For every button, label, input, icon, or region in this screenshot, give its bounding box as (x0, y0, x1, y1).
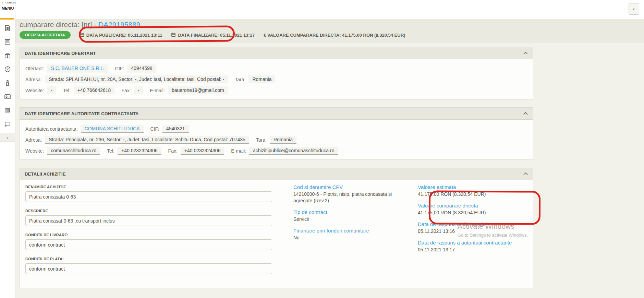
section-title: DATE IDENTIFICARE OFERTANT (25, 51, 96, 56)
authority-email-value: achizitiipublice@comunaschituduca.ro (249, 147, 338, 155)
funding-block: Finantare prin fonduri comunitare Nu (293, 228, 404, 241)
authority-website-value: comunaschituduca.ro (47, 147, 100, 155)
field-label: DENUMIRE ACHIZITIE (25, 185, 278, 189)
info-title: Data de raspuns a ofertantului (418, 221, 527, 227)
status-badge: OFERTA ACCEPTATA (20, 31, 71, 39)
procurement-number-link[interactable]: DA29195889 (98, 21, 141, 28)
chevron-up-icon[interactable] (523, 110, 528, 117)
offerer-cif-value: 40944598 (127, 64, 156, 72)
authority-row-address: Adresa: Strada: Principala, nr. 236, Sec… (25, 136, 527, 144)
field-label: Adresa: (25, 137, 42, 143)
field-pair: Autoritatea contractanta: COMUNA SCHITU … (25, 125, 144, 133)
field-label: Tara: (256, 137, 267, 143)
cpv-block: Cod si denumire CPV 14210000-6 - Pietris… (293, 184, 404, 204)
offerer-country-value: Romania (248, 75, 275, 83)
offerer-tel-value: +40 766642618 (74, 86, 115, 94)
offerer-section-header[interactable]: DATE IDENTIFICARE OFERTANT (20, 47, 533, 59)
offerer-website-value: - (47, 86, 56, 94)
direct-value-block: Valoare cumparare directa 41.175,00 RON … (418, 203, 527, 216)
authority-address-value: Strada: Principala, nr. 236, Sector: -, … (45, 136, 249, 144)
field-label: Ofertant: (25, 66, 44, 71)
publish-date-label: DATA PUBLICARE: 05.11.2021 13:11 (86, 33, 162, 38)
field-pair: CIF: 4540321 (150, 125, 189, 133)
field-pair: Ofertant: S.C. BAUER ONE S.R.L. (25, 64, 108, 72)
descriere-input[interactable] (25, 215, 272, 226)
details-info-column: Cod si denumire CPV 14210000-6 - Pietris… (293, 182, 404, 281)
info-title: Finantare prin fonduri comunitare (293, 228, 404, 234)
field-label: CONDITII DE PLATA: (25, 257, 278, 261)
conditii-plata-input[interactable] (25, 263, 272, 274)
calculator-icon[interactable] (4, 107, 11, 114)
denumire-achizitie-input[interactable] (25, 191, 272, 202)
help-icon[interactable] (4, 65, 11, 73)
chevron-up-icon[interactable] (523, 50, 528, 56)
field-pair: Tara: Romania (235, 75, 275, 83)
authority-tel-value: +40 0232324306 (118, 147, 161, 155)
field-label: Fax: (168, 148, 178, 154)
chevron-up-icon[interactable] (523, 171, 528, 177)
details-section-body: DENUMIRE ACHIZITIE DESCRIERE CONDITII DE… (20, 180, 533, 288)
estimated-value: 41.175,00 RON (8.320,54 EUR) (418, 191, 527, 198)
sidebar-nav (0, 24, 15, 128)
conditii-livrare-input[interactable] (25, 239, 272, 250)
field-label: Autoritatea contractanta: (25, 126, 78, 132)
field-label: CIF: (150, 126, 159, 132)
document-icon[interactable] (4, 24, 11, 32)
podium-icon[interactable] (4, 79, 11, 87)
calendar-icon (171, 32, 176, 38)
sidebar-expand-chevron[interactable]: › (0, 133, 15, 142)
form-group: CONDITII DE PLATA: (25, 257, 278, 274)
offerer-section-body: Ofertant: S.C. BAUER ONE S.R.L. CIF: 409… (20, 59, 533, 99)
offerer-name-link[interactable]: S.C. BAUER ONE S.R.L. (47, 64, 108, 72)
direct-purchase-value: € VALOARE CUMPARARE DIRECTA: 41.175,00 R… (264, 33, 405, 38)
page-title-prefix: cumparare directa: [nr] - (20, 21, 98, 28)
offerer-email-value: bauerone19@gmail.com (168, 86, 228, 94)
direct-value: 41.175,00 RON (8.320,54 EUR) (418, 210, 527, 216)
field-label: Website: (25, 88, 44, 93)
offerer-section: DATE IDENTIFICARE OFERTANT Ofertant: S.C… (20, 47, 533, 99)
form-group: DENUMIRE ACHIZITIE (25, 185, 278, 202)
field-pair: Adresa: Strada: Principala, nr. 236, Sec… (25, 136, 249, 144)
collapse-panel-button[interactable]: ‹ (629, 3, 639, 15)
contact-card-icon[interactable] (4, 93, 11, 100)
package-icon[interactable] (4, 52, 11, 59)
details-section-header[interactable]: DETALII ACHIZITIE (20, 168, 533, 180)
calendar-icon (80, 32, 84, 38)
authority-name-link[interactable]: COMUNA SCHITU DUCA (81, 125, 144, 133)
field-label: CONDITII DE LIVRARE: (25, 233, 278, 237)
finalize-date-label: DATA FINALIZARE: 05.11.2021 13:17 (178, 33, 255, 38)
sidebar-accent-bar (0, 18, 14, 20)
info-title: Data de raspuns a autoritatii contractan… (418, 240, 527, 246)
top-strip: ‹ (15, 0, 644, 19)
details-form-column: DENUMIRE ACHIZITIE DESCRIERE CONDITII DE… (25, 182, 278, 281)
menu-label[interactable]: MENIU (0, 4, 15, 10)
field-pair: Website: comunaschituduca.ro (25, 147, 100, 155)
chat-icon[interactable] (4, 120, 11, 128)
details-values-column: Valoare estimata 41.175,00 RON (8.320,54… (418, 182, 527, 281)
app-logo: E - LICITATIE (0, 0, 15, 4)
funding-value: Nu (293, 235, 404, 241)
field-pair: E-mail: achizitiipublice@comunaschituduc… (231, 147, 338, 155)
details-section: DETALII ACHIZITIE DENUMIRE ACHIZITIE DES… (20, 168, 533, 288)
header-meta-row: OFERTA ACCEPTATA DATA PUBLICARE: 05.11.2… (20, 31, 644, 39)
authority-response-date: 05.11.2021 13:17 (418, 247, 527, 253)
offerer-response-date: 05.11.2021 13:16 (418, 228, 527, 235)
field-pair: Tara: Romania (256, 136, 296, 144)
offerer-row-address: Adresa: Strada: SPLAI BAHLUI, nr. 20A, S… (25, 75, 527, 83)
estimated-value-block: Valoare estimata 41.175,00 RON (8.320,54… (418, 184, 527, 198)
offerer-row-identity: Ofertant: S.C. BAUER ONE S.R.L. CIF: 409… (25, 64, 527, 72)
field-label: Tel: (63, 88, 71, 93)
authority-cif-value: 4540321 (162, 125, 189, 133)
authority-section-header[interactable]: DATE IDENTIFICARE AUTORITATE CONTRACTANT… (20, 108, 533, 120)
field-label: E-mail: (150, 88, 165, 93)
list-icon[interactable] (4, 38, 11, 46)
section-title: DETALII ACHIZITIE (25, 171, 66, 177)
authority-row-contact: Website: comunaschituduca.ro Tel: +40 02… (25, 147, 527, 155)
field-pair: Fax: - (121, 86, 143, 94)
offerer-fax-value: - (134, 86, 143, 94)
authority-fax-value: +40 0232324306 (181, 147, 224, 155)
contract-type-block: Tip de contract Servicii (293, 209, 404, 223)
field-pair: CIF: 40944598 (115, 64, 156, 72)
info-title: Valoare estimata (418, 184, 527, 190)
field-pair: Tel: +40 766642618 (63, 86, 115, 94)
